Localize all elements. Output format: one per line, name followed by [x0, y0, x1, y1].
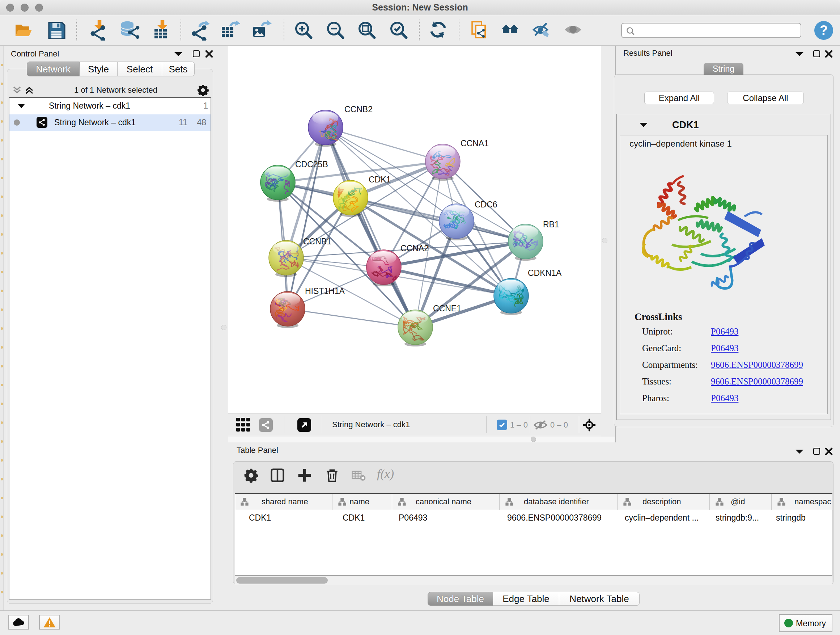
svg-text:CCNE1: CCNE1 — [433, 304, 461, 313]
svg-text:CCNA1: CCNA1 — [461, 139, 489, 148]
svg-text:CCNB1: CCNB1 — [303, 237, 332, 246]
svg-text:HIST1H1A: HIST1H1A — [305, 287, 345, 296]
svg-text:CDC6: CDC6 — [475, 200, 497, 209]
svg-text:RB1: RB1 — [543, 220, 559, 229]
svg-text:CCNB2: CCNB2 — [344, 105, 373, 114]
svg-text:CCNA2: CCNA2 — [401, 244, 429, 253]
svg-text:CDC25B: CDC25B — [295, 160, 328, 169]
svg-text:CDK1: CDK1 — [369, 175, 391, 184]
svg-text:CDKN1A: CDKN1A — [528, 268, 562, 278]
